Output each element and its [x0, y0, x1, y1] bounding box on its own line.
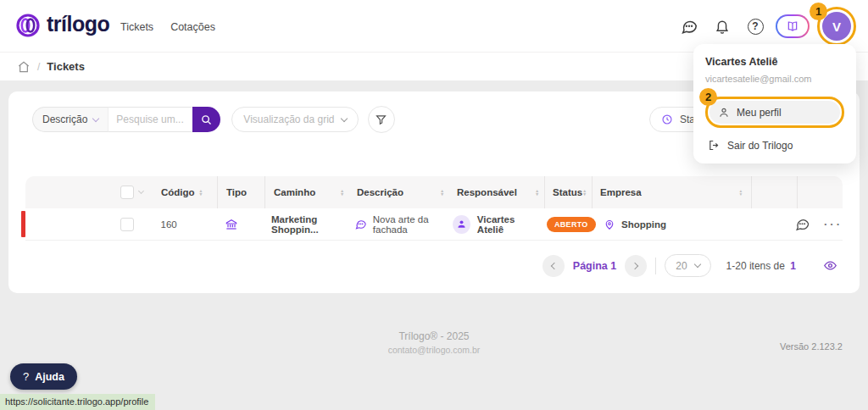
grid-view-selector[interactable]: Visualização da grid: [231, 107, 358, 132]
cell-empresa: Shopping: [621, 219, 666, 230]
my-profile-label: Meu perfil: [737, 107, 782, 119]
header-tipo[interactable]: Tipo: [226, 187, 247, 197]
view-eye-icon[interactable]: [823, 258, 837, 273]
cell-descricao: Nova arte da fachada: [373, 214, 446, 235]
header-responsavel[interactable]: Responsável: [457, 187, 517, 197]
chat-icon[interactable]: [676, 14, 702, 39]
row-more-options-icon[interactable]: [824, 218, 843, 230]
sort-icon[interactable]: ▴▾: [536, 189, 538, 196]
location-pin-icon: [604, 219, 615, 230]
header-empresa[interactable]: Empresa: [600, 187, 642, 197]
sort-icon[interactable]: ▴▾: [341, 189, 343, 196]
page-size-selector[interactable]: 20: [665, 254, 710, 277]
bank-icon: [225, 218, 238, 231]
select-all-checkbox[interactable]: [120, 186, 134, 199]
question-mark-icon: ?: [23, 370, 29, 383]
responsavel-avatar-icon: [453, 215, 470, 234]
breadcrumb-separator: /: [37, 61, 40, 73]
comment-icon: [354, 218, 367, 230]
sort-icon[interactable]: ▴▾: [200, 189, 203, 196]
chevron-down-icon: [92, 114, 99, 121]
footer-copyright: Trílogo® - 2025: [0, 330, 868, 342]
annotation-step-2: 2: [699, 88, 717, 106]
search-icon: [200, 114, 213, 126]
profile-annotation-ring: 2 Meu perfil: [705, 97, 844, 128]
brand-logo[interactable]: trílogo: [15, 13, 109, 38]
header-actions: ? 1 V: [676, 8, 856, 45]
help-button-label: Ajuda: [35, 371, 64, 383]
logout-icon: [708, 139, 721, 152]
home-icon[interactable]: [17, 60, 31, 74]
chevron-down-icon: [693, 261, 700, 268]
divider: [655, 258, 656, 274]
pagination: Página 1 20 1-20 itens de 1: [542, 254, 837, 277]
next-page-button[interactable]: [625, 255, 647, 277]
menu-item-my-profile[interactable]: Meu perfil: [709, 101, 840, 124]
filter-funnel-button[interactable]: [368, 106, 395, 133]
header-status[interactable]: Status: [553, 187, 582, 197]
logout-label: Sair do Trilogo: [727, 140, 793, 152]
tickets-table: Código ▴▾ Tipo Caminho ▴▾ Descrição ▴▾ R…: [25, 176, 843, 241]
trilogo-logo-icon: [15, 13, 41, 38]
cell-codigo: 160: [161, 219, 177, 230]
footer-version: Versão 2.123.2: [780, 341, 843, 352]
avatar-annotation-ring: 1 V: [817, 7, 856, 46]
link-preview-statusbar: https://solicitante.trilogo.app/profile: [0, 394, 155, 410]
search-field-selector[interactable]: Descrição: [32, 107, 108, 132]
row-checkbox[interactable]: [120, 218, 134, 231]
chevron-down-icon: [340, 114, 347, 121]
footer-contact-email: contato@trilogo.com.br: [0, 345, 868, 355]
search-combo: Descrição: [32, 107, 220, 132]
search-button[interactable]: [192, 107, 220, 132]
avatar[interactable]: V: [822, 12, 851, 41]
items-total: 1: [790, 260, 796, 272]
annotation-step-1: 1: [810, 3, 827, 20]
cell-caminho: Marketing Shoppin...: [271, 214, 347, 235]
user-email: vicartesatelie@gmail.com: [705, 74, 844, 84]
search-input[interactable]: [108, 107, 192, 132]
help-button[interactable]: ? Ajuda: [10, 363, 77, 390]
header-codigo[interactable]: Código: [161, 187, 195, 197]
brand-name: trílogo: [47, 14, 109, 37]
notifications-bell-icon[interactable]: [709, 14, 735, 39]
sort-icon[interactable]: ▴▾: [583, 189, 586, 196]
header-descricao[interactable]: Descrição: [357, 187, 403, 197]
sort-icon[interactable]: ▴▾: [740, 189, 743, 196]
user-menu-dropdown: Vicartes Ateliê vicartesatelie@gmail.com…: [693, 44, 856, 163]
menu-item-logout[interactable]: Sair do Trilogo: [705, 139, 844, 152]
status-clock-icon: [661, 114, 673, 125]
header-caminho[interactable]: Caminho: [274, 187, 315, 197]
main-nav: Tickets Cotações: [120, 21, 215, 33]
nav-cotacoes[interactable]: Cotações: [170, 21, 215, 33]
row-chat-icon[interactable]: [794, 216, 810, 232]
chevron-down-icon: [138, 187, 144, 193]
previous-page-button[interactable]: [542, 255, 565, 277]
row-priority-indicator: [21, 211, 25, 237]
table-row[interactable]: 160 Marketing Shoppin...: [25, 208, 843, 241]
funnel-icon: [375, 114, 387, 126]
table-header-row: Código ▴▾ Tipo Caminho ▴▾ Descrição ▴▾ R…: [25, 176, 843, 208]
sort-icon[interactable]: ▴▾: [441, 189, 443, 196]
user-name: Vicartes Ateliê: [705, 56, 844, 68]
page-indicator: Página 1: [573, 260, 616, 272]
nav-tickets[interactable]: Tickets: [120, 21, 153, 33]
items-range-label: 1-20 itens de: [726, 260, 785, 272]
breadcrumb-current: Tickets: [47, 60, 85, 73]
help-icon[interactable]: ?: [743, 14, 768, 39]
person-icon: [718, 107, 730, 119]
docs-book-icon[interactable]: [776, 14, 810, 38]
cell-responsavel: Vicartes Ateliê: [477, 214, 539, 235]
